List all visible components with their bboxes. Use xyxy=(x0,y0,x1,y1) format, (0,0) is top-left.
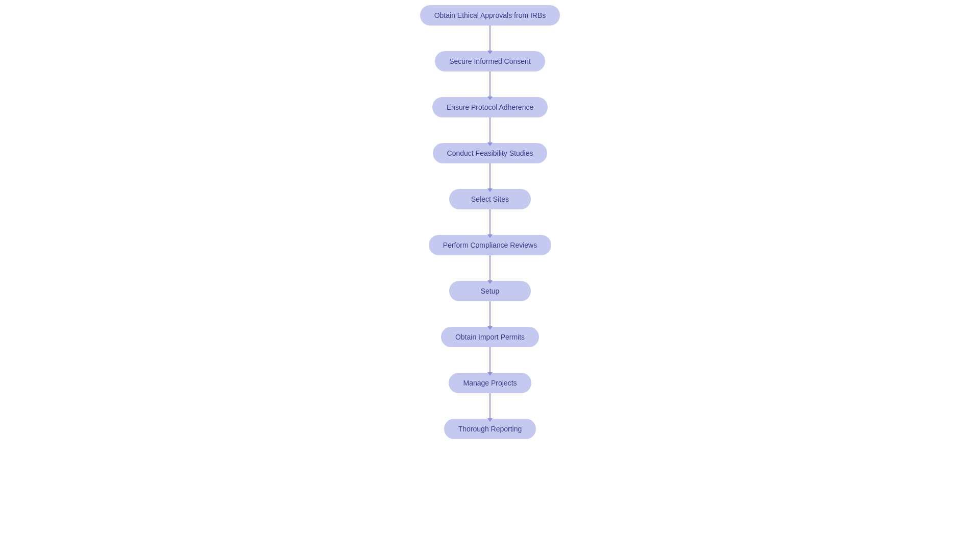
connector-5 xyxy=(489,209,491,235)
flowchart-container: Obtain Ethical Approvals from IRBsSecure… xyxy=(0,0,980,439)
node-6[interactable]: Perform Compliance Reviews xyxy=(429,235,551,255)
node-10[interactable]: Thorough Reporting xyxy=(444,419,536,439)
node-4[interactable]: Conduct Feasibility Studies xyxy=(433,143,548,163)
node-9[interactable]: Manage Projects xyxy=(449,373,531,393)
connector-4 xyxy=(489,163,491,189)
connector-2 xyxy=(489,71,491,97)
node-3[interactable]: Ensure Protocol Adherence xyxy=(432,97,548,117)
connector-6 xyxy=(489,255,491,281)
node-2[interactable]: Secure Informed Consent xyxy=(435,51,545,71)
node-5[interactable]: Select Sites xyxy=(449,189,531,209)
node-8[interactable]: Obtain Import Permits xyxy=(441,327,539,347)
node-1[interactable]: Obtain Ethical Approvals from IRBs xyxy=(420,5,560,26)
node-7[interactable]: Setup xyxy=(449,281,531,301)
connector-9 xyxy=(489,393,491,419)
connector-8 xyxy=(489,347,491,373)
connector-3 xyxy=(489,117,491,143)
connector-7 xyxy=(489,301,491,327)
connector-1 xyxy=(489,26,491,51)
